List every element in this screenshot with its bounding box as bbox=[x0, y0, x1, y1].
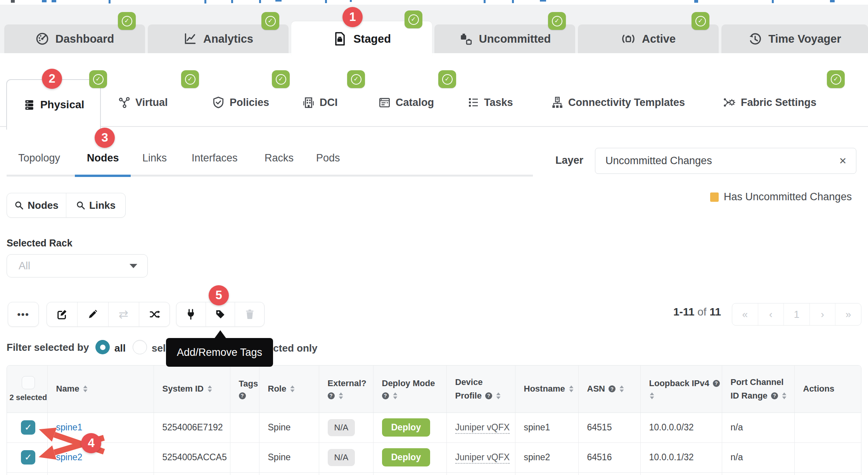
sort-icon[interactable] bbox=[569, 385, 574, 393]
tab-label: Analytics bbox=[203, 33, 253, 45]
committed-check-badge: ✓ bbox=[548, 12, 566, 30]
filter-option-all[interactable]: all bbox=[114, 342, 126, 354]
toolbar-group-edit: ⇄ bbox=[47, 302, 170, 327]
sort-icon[interactable] bbox=[619, 385, 624, 393]
filter-radio-selected-only[interactable] bbox=[133, 340, 147, 354]
sort-icon[interactable] bbox=[207, 385, 213, 393]
edit-button[interactable] bbox=[47, 302, 77, 326]
deploy-mode-button[interactable]: Deploy bbox=[382, 418, 431, 437]
committed-check-badge: ✓ bbox=[118, 12, 136, 30]
header-hostname[interactable]: Hostname bbox=[515, 366, 578, 413]
next-page-button[interactable]: › bbox=[809, 303, 835, 325]
tab-time-voyager[interactable]: Time Voyager bbox=[721, 24, 868, 53]
first-page-button[interactable]: « bbox=[732, 303, 758, 325]
tab-label: Staged bbox=[353, 33, 391, 45]
delete-button[interactable] bbox=[235, 302, 264, 326]
subtab-interfaces[interactable]: Interfaces bbox=[192, 152, 238, 164]
search-nodes-button[interactable]: Nodes bbox=[7, 193, 66, 217]
power-plug-button[interactable] bbox=[176, 302, 206, 326]
device-profile-link[interactable]: Juniper vQFX bbox=[455, 452, 510, 464]
subtab-pods[interactable]: Pods bbox=[316, 152, 340, 164]
plug-icon bbox=[185, 309, 196, 320]
device-profile-link[interactable]: Juniper vQFX bbox=[455, 422, 510, 434]
last-page-button[interactable]: » bbox=[835, 303, 861, 325]
header-role[interactable]: Role bbox=[259, 366, 319, 413]
tab-tasks[interactable]: Tasks bbox=[467, 91, 513, 114]
header-device-profile[interactable]: Device Profile? bbox=[446, 366, 515, 413]
prev-page-button[interactable]: ‹ bbox=[758, 303, 784, 325]
help-icon[interactable]: ? bbox=[771, 392, 778, 399]
node-name-link[interactable]: spine2 bbox=[56, 452, 83, 462]
edit-icon bbox=[56, 309, 68, 320]
rename-button[interactable] bbox=[77, 302, 108, 326]
header-system-id[interactable]: System ID bbox=[154, 366, 230, 413]
pagination-range: 1-11 bbox=[673, 306, 695, 318]
header-port-channel-id-range[interactable]: Port Channel ID Range? bbox=[722, 366, 794, 413]
sort-icon[interactable] bbox=[649, 392, 655, 400]
header-loopback-ipv4[interactable]: Loopback IPv4? bbox=[640, 366, 722, 413]
layer-select[interactable]: Uncommitted Changes ✕ bbox=[595, 148, 856, 174]
subtab-racks[interactable]: Racks bbox=[265, 152, 294, 164]
tab-dci[interactable]: DCI bbox=[302, 91, 338, 114]
connectivity-templates-icon bbox=[551, 96, 563, 109]
physical-icon bbox=[23, 99, 35, 111]
select-all-checkbox[interactable] bbox=[22, 376, 35, 389]
clear-icon[interactable]: ✕ bbox=[839, 156, 847, 166]
shuffle-button[interactable] bbox=[139, 302, 169, 326]
help-icon[interactable]: ? bbox=[239, 392, 246, 399]
tab-connectivity-templates[interactable]: Connectivity Templates bbox=[551, 91, 685, 114]
header-deploy-mode[interactable]: Deploy Mode ? bbox=[373, 366, 446, 413]
current-page-button[interactable]: 1 bbox=[783, 303, 809, 325]
help-icon[interactable]: ? bbox=[328, 392, 335, 399]
row-checkbox[interactable]: ✓ bbox=[21, 450, 35, 465]
swap-links-button[interactable]: ⇄ bbox=[108, 302, 139, 326]
apstra-blueprint-page: Dashboard Analytics Staged Uncommitted A… bbox=[0, 0, 868, 475]
uncommitted-icon bbox=[459, 32, 473, 46]
search-icon bbox=[14, 201, 24, 210]
tab-fabric-settings[interactable]: Fabric Settings bbox=[723, 91, 816, 114]
check-icon: ✓ bbox=[24, 452, 32, 463]
sort-icon[interactable] bbox=[290, 385, 295, 393]
swap-icon: ⇄ bbox=[119, 309, 128, 320]
subtab-nodes[interactable]: Nodes bbox=[87, 152, 119, 164]
subtab-links[interactable]: Links bbox=[142, 152, 167, 164]
header-tags[interactable]: Tags ? bbox=[230, 366, 259, 413]
subtab-topology[interactable]: Topology bbox=[18, 152, 60, 164]
node-name-link[interactable]: spine1 bbox=[56, 422, 83, 432]
tab-virtual[interactable]: Virtual bbox=[118, 91, 168, 114]
tab-catalog[interactable]: Catalog bbox=[378, 91, 434, 114]
header-asn[interactable]: ASN? bbox=[578, 366, 640, 413]
sort-icon[interactable] bbox=[393, 392, 398, 400]
committed-check-badge: ✓ bbox=[692, 12, 709, 30]
header-external[interactable]: External? ? bbox=[319, 366, 373, 413]
layer-value: Uncommitted Changes bbox=[605, 155, 839, 167]
help-icon[interactable]: ? bbox=[485, 392, 492, 399]
tooltip-add-remove-tags: Add/Remove Tags bbox=[166, 338, 273, 367]
help-icon[interactable]: ? bbox=[609, 385, 616, 392]
row-checkbox[interactable]: ✓ bbox=[21, 420, 35, 435]
help-icon[interactable]: ? bbox=[382, 392, 389, 399]
committed-check-badge: ✓ bbox=[827, 70, 845, 88]
more-actions-button[interactable]: ••• bbox=[8, 302, 38, 326]
add-remove-tags-button[interactable] bbox=[206, 302, 235, 326]
help-icon[interactable]: ? bbox=[713, 380, 720, 387]
tasks-icon bbox=[467, 97, 479, 108]
tab-label: Connectivity Templates bbox=[568, 97, 685, 109]
step-badge-4: 4 bbox=[81, 433, 101, 453]
selected-rack-dropdown[interactable]: All bbox=[7, 254, 148, 277]
tab-policies[interactable]: Policies bbox=[212, 91, 269, 114]
sort-icon[interactable] bbox=[782, 392, 787, 400]
search-links-button[interactable]: Links bbox=[66, 193, 125, 217]
toolbar-group-more: ••• bbox=[8, 302, 39, 327]
tab-label: Tasks bbox=[484, 97, 513, 109]
tab-label: Fabric Settings bbox=[741, 97, 816, 109]
tab-label: Dashboard bbox=[55, 33, 114, 45]
header-name[interactable]: Name bbox=[47, 366, 154, 413]
filter-radio-all[interactable] bbox=[95, 340, 110, 354]
sort-icon[interactable] bbox=[338, 392, 344, 400]
dashboard-icon bbox=[35, 32, 49, 46]
check-icon: ✓ bbox=[442, 74, 453, 85]
sort-icon[interactable] bbox=[496, 392, 501, 400]
deploy-mode-button[interactable]: Deploy bbox=[382, 448, 431, 466]
sort-icon[interactable] bbox=[83, 385, 88, 393]
